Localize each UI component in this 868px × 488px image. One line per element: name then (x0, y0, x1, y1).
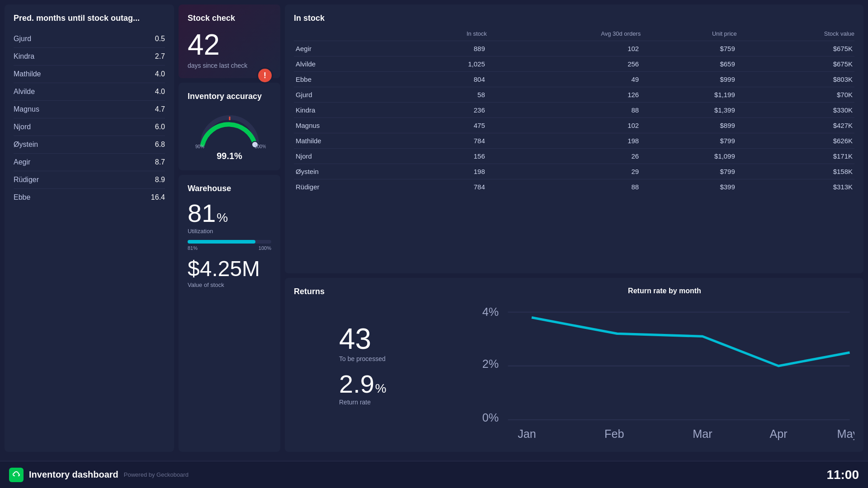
row-name: Njord (294, 149, 407, 164)
row-avg-orders: 29 (487, 164, 641, 179)
svg-text:2%: 2% (482, 357, 499, 370)
table-row: Magnus 475 102 $899 $427K (294, 118, 854, 133)
in-stock-title: In stock (294, 14, 854, 23)
table-row: Njord 156 26 $1,099 $171K (294, 149, 854, 164)
row-stock-value: $626K (737, 133, 854, 149)
table-row: Øystein 198 29 $799 $158K (294, 164, 854, 179)
pred-item-value: 6.0 (155, 123, 165, 131)
svg-text:0%: 0% (482, 411, 499, 424)
row-in-stock: 784 (407, 133, 486, 149)
row-in-stock: 804 (407, 72, 486, 87)
chart-title: Return rate by month (475, 287, 854, 295)
pred-title: Pred. months until stock outag... (14, 14, 165, 23)
row-stock-value: $70K (737, 87, 854, 103)
in-stock-header-row: In stock Avg 30d orders Unit price Stock… (294, 30, 854, 41)
utilization-pct: 81 (188, 201, 216, 226)
warehouse-panel: Warehouse 81 % Utilization 81% 100% $4.2… (179, 175, 280, 452)
returns-chart-svg: 4% 2% 0% (475, 299, 854, 443)
pred-item-value: 8.7 (155, 158, 165, 166)
accuracy-panel: Inventory accuracy 90% 100% 99.1% (179, 83, 280, 170)
pred-item-name: Alvilde (14, 88, 35, 96)
pred-item-value: 6.8 (155, 141, 165, 149)
progress-max: 100% (259, 245, 271, 251)
table-row: Aegir 889 102 $759 $675K (294, 41, 854, 56)
table-row: Rüdiger 784 88 $399 $313K (294, 179, 854, 195)
row-avg-orders: 88 (487, 179, 641, 195)
row-name: Ebbe (294, 72, 407, 87)
table-row: Ebbe 804 49 $999 $803K (294, 72, 854, 87)
progress-labels: 81% 100% (188, 245, 271, 251)
row-stock-value: $675K (737, 41, 854, 56)
row-stock-value: $330K (737, 103, 854, 118)
accuracy-value: 99.1% (217, 151, 242, 161)
pred-list: Gjurd 0.5 Kindra 2.7 Mathilde 4.0 Alvild… (14, 30, 165, 206)
stock-value-amount: $4.25M (188, 258, 271, 280)
pred-item-value: 0.5 (155, 35, 165, 43)
return-rate-block: 2.9 % Return rate (339, 371, 466, 406)
progress-min: 81% (188, 245, 198, 251)
clock: 11:00 (826, 468, 859, 482)
returns-panel: Returns 43 To be processed 2.9 % Return … (285, 278, 863, 452)
row-avg-orders: 126 (487, 87, 641, 103)
alert-badge: ! (257, 67, 273, 84)
svg-text:100%: 100% (255, 144, 266, 149)
warehouse-title: Warehouse (188, 184, 271, 193)
pred-item-value: 2.7 (155, 52, 165, 61)
bottom-bar: Inventory dashboard Powered by Geckoboar… (0, 461, 868, 488)
gauge-svg: 90% 100% (193, 108, 266, 149)
pred-item: Aegir 8.7 (14, 154, 165, 171)
progress-bar-fill (188, 240, 255, 244)
row-unit-price: $899 (641, 118, 737, 133)
row-avg-orders: 256 (487, 56, 641, 72)
pred-item: Rüdiger 8.9 (14, 171, 165, 189)
geckoboard-logo (9, 468, 24, 482)
logo-icon (12, 470, 21, 479)
progress-bar-container (188, 240, 271, 244)
pred-item-value: 8.9 (155, 176, 165, 184)
svg-text:90%: 90% (195, 144, 204, 149)
pred-item-value: 4.7 (155, 105, 165, 113)
svg-text:May: May (837, 427, 854, 440)
svg-text:Mar: Mar (693, 427, 712, 440)
row-unit-price: $799 (641, 164, 737, 179)
pred-item-name: Njord (14, 123, 31, 131)
to-be-processed-number: 43 (339, 324, 466, 353)
row-name: Alvilde (294, 56, 407, 72)
gauge-container: 90% 100% 99.1% (188, 108, 271, 161)
powered-by: Powered by Geckoboard (124, 471, 189, 478)
returns-stats: 43 To be processed 2.9 % Return rate (339, 287, 466, 443)
row-stock-value: $803K (737, 72, 854, 87)
utilization-label: Utilization (188, 228, 271, 235)
row-in-stock: 58 (407, 87, 486, 103)
row-stock-value: $313K (737, 179, 854, 195)
svg-text:Feb: Feb (604, 427, 624, 440)
return-rate-pct: % (375, 381, 387, 396)
chart-area: 4% 2% 0% (475, 299, 854, 443)
row-name: Mathilde (294, 133, 407, 149)
row-unit-price: $799 (641, 133, 737, 149)
row-in-stock: 1,025 (407, 56, 486, 72)
dashboard-title: Inventory dashboard (29, 469, 118, 480)
pred-item-name: Magnus (14, 105, 39, 113)
row-stock-value: $675K (737, 56, 854, 72)
row-in-stock: 236 (407, 103, 486, 118)
pred-item-name: Kindra (14, 52, 34, 61)
row-unit-price: $399 (641, 179, 737, 195)
row-avg-orders: 102 (487, 118, 641, 133)
to-be-processed-label: To be processed (339, 355, 466, 362)
pred-item: Alvilde 4.0 (14, 83, 165, 101)
returns-chart: Return rate by month 4% 2% 0% (475, 287, 854, 443)
pred-item-name: Rüdiger (14, 176, 39, 184)
row-name: Magnus (294, 118, 407, 133)
col-in-stock: In stock (407, 30, 486, 41)
svg-text:Jan: Jan (518, 427, 536, 440)
row-in-stock: 784 (407, 179, 486, 195)
row-in-stock: 475 (407, 118, 486, 133)
col-name (294, 30, 407, 41)
utilization-sup: % (217, 211, 228, 225)
table-row: Gjurd 58 126 $1,199 $70K (294, 87, 854, 103)
bottom-left: Inventory dashboard Powered by Geckoboar… (9, 468, 189, 482)
row-stock-value: $158K (737, 164, 854, 179)
pred-item-name: Mathilde (14, 70, 41, 78)
row-unit-price: $659 (641, 56, 737, 72)
